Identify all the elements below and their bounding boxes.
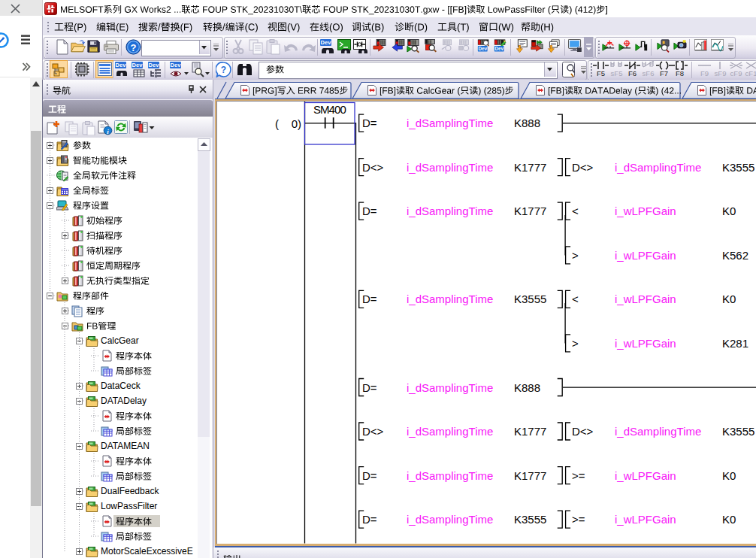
svg-text:Dev: Dev bbox=[149, 62, 160, 68]
svg-text:?: ? bbox=[131, 42, 137, 53]
svg-text:Dev: Dev bbox=[321, 39, 332, 46]
svg-text:Dev: Dev bbox=[171, 62, 182, 68]
svg-text:Dev: Dev bbox=[116, 62, 127, 68]
svg-text:Dev: Dev bbox=[478, 46, 487, 51]
svg-text:Dev: Dev bbox=[132, 62, 144, 68]
svg-text:?: ? bbox=[221, 65, 226, 75]
svg-text:Dev: Dev bbox=[494, 46, 503, 51]
